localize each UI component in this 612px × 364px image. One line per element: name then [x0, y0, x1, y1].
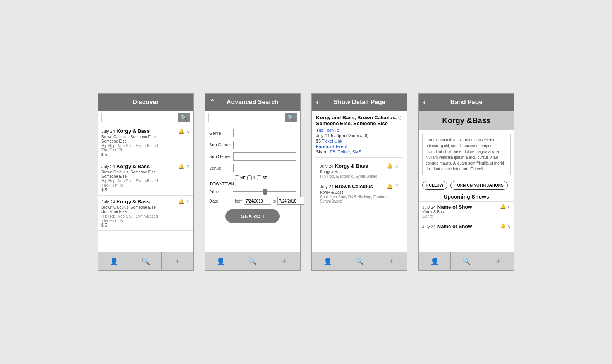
- date-from-label: from: [235, 199, 242, 203]
- headphone-icon-3[interactable]: ♫: [186, 199, 190, 204]
- bell-icon-u2[interactable]: 🔔: [500, 223, 506, 229]
- bell-icon-d1[interactable]: 🔔: [387, 163, 393, 169]
- share-twitter[interactable]: Twitter: [337, 149, 350, 154]
- discover-title: Discover: [132, 99, 159, 106]
- bell-icon-u1[interactable]: 🔔: [500, 204, 506, 209]
- show-genre-3: Hip Hop, Neo Soul, Synth-Based: [101, 214, 190, 218]
- headphone-icon-u1[interactable]: ♫: [507, 204, 511, 209]
- show-name-2: Korgy & Bass: [117, 163, 150, 169]
- screens-container: Discover 🔍 July 24 Korgy & Bass 🔔 ♫ Brow…: [98, 93, 514, 271]
- show-card-3: July 24 Korgy & Bass 🔔 ♫ Brown Calculus,…: [98, 196, 193, 231]
- show-price-2: $ 5: [101, 188, 190, 192]
- footer-profile-btn-1[interactable]: 👤: [98, 252, 130, 270]
- bell-icon-d2[interactable]: 🔔: [387, 184, 393, 189]
- price-slider[interactable]: [233, 191, 296, 192]
- search-submit-button[interactable]: SEARCH: [225, 209, 280, 223]
- discover-search-input[interactable]: [101, 113, 177, 122]
- divider-1: [316, 157, 403, 158]
- date-label: Date: [209, 199, 233, 203]
- adv-search-button[interactable]: 🔍: [285, 113, 297, 122]
- bell-icon-3[interactable]: 🔔: [178, 199, 184, 204]
- heart-icon-d1[interactable]: ♡: [394, 163, 399, 169]
- footer-add-btn-2[interactable]: +: [268, 252, 300, 270]
- show-icons-3: 🔔 ♫: [178, 199, 190, 204]
- detail-facebook[interactable]: Facebook Event: [316, 144, 403, 149]
- up-chevron-icon[interactable]: ⌃: [209, 98, 215, 106]
- footer-add-btn-1[interactable]: +: [162, 252, 193, 270]
- date-to-label: to: [273, 199, 276, 203]
- bell-icon-2[interactable]: 🔔: [178, 163, 184, 169]
- upcoming-show-2-top: July 24 Name of Show: [422, 223, 472, 229]
- ticket-link[interactable]: Ticket Link: [322, 139, 342, 143]
- heart-icon-d2[interactable]: ♡: [394, 184, 399, 189]
- headphone-icon-u2[interactable]: ♫: [507, 223, 511, 229]
- follow-button[interactable]: FOLLOW: [422, 181, 447, 190]
- back-icon-3[interactable]: ‹: [316, 98, 318, 106]
- date-row: Date from to: [209, 197, 296, 205]
- footer-profile-btn-3[interactable]: 👤: [312, 252, 344, 270]
- se-checkbox[interactable]: [257, 175, 261, 180]
- subgenre1-row: Sub Genre: [209, 141, 296, 149]
- upcoming-show-2: July 24 Name of Show 🔔 ♫: [419, 221, 514, 232]
- n-checkbox[interactable]: [247, 175, 252, 180]
- date-from-input[interactable]: [244, 197, 271, 205]
- footer-search-btn-1[interactable]: 🔍: [130, 252, 162, 270]
- band-gray-box: Korgy &Bass: [419, 111, 514, 130]
- advanced-search-title: Advanced Search: [227, 99, 278, 106]
- show-icons-2: 🔔 ♫: [178, 163, 190, 169]
- footer-add-btn-4[interactable]: +: [482, 252, 514, 270]
- detail-venue[interactable]: The Fixin To: [316, 128, 403, 132]
- slider-thumb[interactable]: [263, 189, 267, 195]
- share-fb[interactable]: FB: [330, 149, 335, 154]
- show-card-1: July 24 Korgy & Bass 🔔 ♫ Brown Calculus,…: [98, 125, 193, 160]
- ne-checkbox[interactable]: [235, 175, 239, 180]
- subgenre1-label: Sub Genre: [209, 143, 233, 147]
- venue-label: Venue: [209, 166, 233, 170]
- detail-datetime: July 11th / 9pm (Doors at 8): [316, 133, 403, 138]
- upcoming-name-1: Name of Show: [437, 204, 472, 210]
- genre-label: Genre: [209, 131, 233, 136]
- share-sms[interactable]: SMS: [352, 149, 361, 154]
- footer-search-btn-3[interactable]: 🔍: [344, 252, 376, 270]
- discover-footer: 👤 🔍 +: [98, 252, 193, 270]
- footer-add-btn-3[interactable]: +: [375, 252, 407, 270]
- footer-profile-btn-2[interactable]: 👤: [205, 252, 237, 270]
- ne-label: NE: [240, 176, 246, 180]
- date-to-input[interactable]: [277, 197, 304, 205]
- upcoming-show-1-top: July 24 Name of Show: [422, 204, 472, 210]
- heart-icon-detail[interactable]: ♡: [398, 115, 403, 121]
- bell-icon-1[interactable]: 🔔: [178, 128, 184, 134]
- advanced-search-header: ⌃ Advanced Search: [205, 94, 300, 111]
- band-page-title: Band Page: [450, 99, 483, 106]
- band-actions: FOLLOW TURN ON NOTIFICATIONS: [419, 179, 514, 192]
- footer-search-btn-4[interactable]: 🔍: [451, 252, 483, 270]
- headphone-icon-2[interactable]: ♫: [186, 163, 190, 169]
- show-price-3: $ 5: [101, 223, 190, 227]
- back-icon-4[interactable]: ‹: [423, 98, 425, 106]
- detail-share: Share: FB, Twitter, SMS: [316, 149, 403, 154]
- subgenre1-input[interactable]: [233, 141, 296, 149]
- adv-search-input[interactable]: [208, 113, 284, 122]
- band-page-screen: ‹ Band Page Korgy &Bass Lorem ipsum dolo…: [418, 93, 514, 271]
- genre-input[interactable]: [233, 129, 296, 137]
- discover-search-button[interactable]: 🔍: [178, 113, 190, 122]
- footer-profile-btn-4[interactable]: 👤: [419, 252, 451, 270]
- price-label: Price: [209, 189, 233, 194]
- checkbox-se: SE: [257, 175, 267, 180]
- show-venue-1: The Fixin' To: [101, 148, 190, 152]
- upcoming-name-2: Name of Show: [437, 223, 472, 229]
- detail-card2-name: Brown Calculus: [335, 184, 373, 189]
- upcoming-sub-1: Korgy & Bass: [422, 210, 472, 214]
- downtown-checkbox[interactable]: [235, 182, 239, 186]
- notify-button[interactable]: TURN ON NOTIFICATIONS: [450, 181, 507, 190]
- detail-show-title: Korgy and Bass, Brown Calculus, Someone …: [316, 115, 403, 126]
- footer-search-btn-2[interactable]: 🔍: [237, 252, 269, 270]
- band-name: Korgy &Bass: [423, 116, 510, 125]
- show-genre-1: Hip Hop, Neo Soul, Synth-Based: [101, 144, 190, 148]
- headphone-icon-1[interactable]: ♫: [186, 128, 190, 134]
- detail-card2-genre: Soul, Neo-Soul, R&B Hip Hop, Electronic,…: [320, 195, 399, 203]
- venue-input[interactable]: [233, 164, 296, 172]
- price-row: Price: [209, 189, 296, 194]
- subgenre2-input[interactable]: [233, 152, 296, 161]
- show-detail-screen: ‹ Show Detail Page ♡ Korgy and Bass, Bro…: [311, 93, 407, 271]
